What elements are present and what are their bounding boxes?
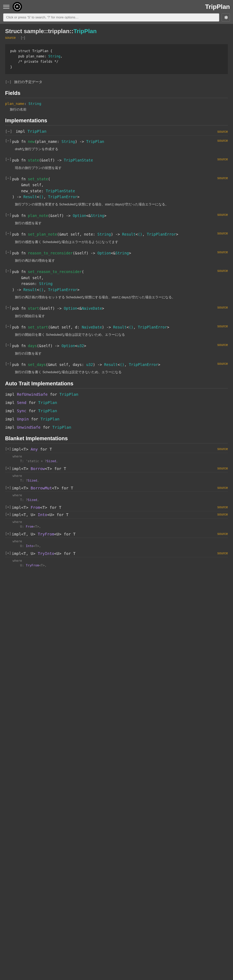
toggle-icon[interactable]: [−] bbox=[5, 324, 10, 328]
method-3: [−]pub fn plan_note(&self) -> Option<&St… bbox=[5, 213, 228, 218]
toggle-icon[interactable]: [+] bbox=[5, 512, 10, 516]
collapse-all-toggle[interactable]: [−] bbox=[21, 36, 25, 40]
method-signature: pub fn set_state( &mut self, new_state: … bbox=[12, 176, 212, 200]
method-8: [−]pub fn set_start(&mut self, d: NaiveD… bbox=[5, 324, 228, 330]
method-6: [−]pub fn set_reason_to_reconsider( &mut… bbox=[5, 269, 228, 293]
toggle-icon[interactable]: [−] bbox=[5, 343, 10, 347]
toggle-icon[interactable]: [−] bbox=[5, 231, 10, 235]
blanket-signature: impl<T> From<T> for T bbox=[12, 505, 215, 510]
source-link[interactable]: source bbox=[217, 269, 228, 273]
toggle-icon[interactable]: [−] bbox=[5, 157, 10, 161]
sidebar-toggle-icon[interactable] bbox=[3, 3, 10, 10]
source-link[interactable]: source bbox=[217, 532, 228, 536]
method-doc: 旅行の再計画の理由を返す bbox=[15, 258, 228, 263]
blanket-impl-3: [+]impl<T> From<T> for Tsource bbox=[5, 505, 228, 511]
blanket-signature: impl<T> Any for T bbox=[12, 447, 215, 452]
search-input[interactable] bbox=[3, 13, 219, 22]
page-title: Struct sample::tripplan::TripPlan bbox=[5, 28, 228, 35]
toggle-icon[interactable]: [−] bbox=[5, 129, 12, 134]
source-link[interactable]: source bbox=[217, 447, 228, 451]
source-link[interactable]: source bbox=[217, 324, 228, 328]
toggle-icon[interactable]: [−] bbox=[5, 138, 10, 143]
struct-definition: pub struct TripPlan { pub plan_name: Str… bbox=[5, 44, 228, 74]
method-signature: pub fn new(plan_name: String) -> TripPla… bbox=[12, 138, 212, 145]
auto-impl-4: impl UnwindSafe for TripPlan bbox=[5, 425, 228, 430]
toggle-icon[interactable]: [+] bbox=[5, 551, 10, 555]
method-signature: pub fn reason_to_reconsider(&self) -> Op… bbox=[12, 250, 212, 256]
source-line: source · [−] bbox=[5, 36, 228, 40]
main-content: Struct sample::tripplan::TripPlan source… bbox=[0, 24, 233, 582]
method-signature: pub fn set_reason_to_reconsider( &mut se… bbox=[12, 269, 212, 293]
rust-logo-icon[interactable]: R bbox=[13, 2, 22, 11]
where-clause: where U: From<T>, bbox=[13, 520, 228, 529]
method-signature: pub fn state(&self) -> TripPlanState bbox=[12, 157, 212, 163]
where-clause: where T: 'static + ?Sized, bbox=[13, 454, 228, 463]
toggle-icon[interactable]: [−] bbox=[5, 362, 10, 366]
method-doc: 旅行の日数を返す bbox=[15, 351, 228, 356]
settings-button[interactable] bbox=[222, 13, 230, 22]
source-link[interactable]: source bbox=[217, 551, 228, 555]
method-1: [−]pub fn state(&self) -> TripPlanStates… bbox=[5, 157, 228, 163]
method-signature: pub fn days(&self) -> Option<u32> bbox=[12, 343, 212, 349]
toggle-icon[interactable]: [−] bbox=[5, 305, 10, 310]
auto-impl-2: impl Sync for TripPlan bbox=[5, 409, 228, 413]
auto-impl-3: impl Unpin for TripPlan bbox=[5, 417, 228, 422]
source-link[interactable]: source bbox=[217, 138, 228, 143]
where-clause: where U: TryFrom<T>, bbox=[13, 558, 228, 568]
blanket-impl-5: [+]impl<T, U> TryFrom<U> for Tsourcewher… bbox=[5, 532, 228, 549]
source-link[interactable]: source bbox=[217, 505, 228, 509]
struct-doc: [−] 旅行の予定データ bbox=[5, 80, 228, 84]
toggle-icon[interactable]: [−] bbox=[5, 213, 10, 217]
toggle-icon[interactable]: [+] bbox=[5, 447, 10, 451]
method-doc: draftな旅行プランを作成する bbox=[15, 146, 228, 152]
crate-name: TripPlan bbox=[205, 3, 230, 10]
method-4: [−]pub fn set_plan_note(&mut self, note:… bbox=[5, 231, 228, 237]
source-link[interactable]: source bbox=[217, 486, 228, 490]
blanket-impl-4: [+]impl<T, U> Into<U> for Tsourcewhere U… bbox=[5, 512, 228, 529]
toggle-icon[interactable]: [−] bbox=[5, 269, 10, 273]
method-doc: 旅行の開始日を返す bbox=[15, 313, 228, 319]
toggle-icon[interactable]: [−] bbox=[5, 250, 10, 254]
method-doc: 旅行の開始日を書く Scheduledな場合は設定できないため、エラーになる bbox=[15, 332, 228, 337]
toggle-icon[interactable]: [−] bbox=[5, 176, 10, 180]
auto-impl-1: impl Send for TripPlan bbox=[5, 400, 228, 405]
method-doc: 旅行プランの状態を変更する Scheduledな状態にする場合、startとda… bbox=[15, 202, 228, 207]
source-link[interactable]: source bbox=[217, 305, 228, 310]
source-link[interactable]: source bbox=[217, 157, 228, 161]
source-link[interactable]: source bbox=[217, 343, 228, 347]
method-doc: 旅行の感想を書く Scheduledな場合はエラーが出るようになってます bbox=[15, 239, 228, 245]
source-link[interactable]: source bbox=[217, 512, 228, 517]
method-5: [−]pub fn reason_to_reconsider(&self) ->… bbox=[5, 250, 228, 256]
method-9: [−]pub fn days(&self) -> Option<u32>sour… bbox=[5, 343, 228, 349]
auto-impl-0: impl RefUnwindSafe for TripPlan bbox=[5, 392, 228, 397]
source-link[interactable]: source bbox=[217, 176, 228, 180]
top-nav: R TripPlan bbox=[0, 0, 233, 13]
source-link[interactable]: source bbox=[217, 362, 228, 366]
where-clause: where U: Into<T>, bbox=[13, 539, 228, 549]
toggle-icon[interactable]: [+] bbox=[5, 505, 10, 509]
blanket-signature: impl<T> BorrowMut<T> for T bbox=[12, 486, 215, 490]
method-0: [−]pub fn new(plan_name: String) -> Trip… bbox=[5, 138, 228, 145]
gear-icon bbox=[223, 15, 228, 20]
source-link[interactable]: source bbox=[5, 36, 16, 40]
toggle-icon[interactable]: [−] bbox=[5, 80, 11, 84]
fields-heading: Fields bbox=[5, 90, 228, 98]
where-clause: where T: ?Sized, bbox=[13, 474, 228, 483]
method-10: [−]pub fn set_days(&mut self, days: u32)… bbox=[5, 362, 228, 368]
method-2: [−]pub fn set_state( &mut self, new_stat… bbox=[5, 176, 228, 200]
source-link[interactable]: source bbox=[217, 466, 228, 470]
method-signature: pub fn plan_note(&self) -> Option<&Strin… bbox=[12, 213, 212, 218]
blanket-impl-2: [+]impl<T> BorrowMut<T> for Tsourcewhere… bbox=[5, 486, 228, 502]
blanket-impl-6: [+]impl<T, U> TryInto<U> for Tsourcewher… bbox=[5, 551, 228, 568]
source-link[interactable]: source bbox=[217, 213, 228, 217]
method-7: [−]pub fn start(&self) -> Option<&NaiveD… bbox=[5, 305, 228, 311]
method-signature: pub fn set_start(&mut self, d: NaiveDate… bbox=[12, 324, 212, 330]
source-link[interactable]: source bbox=[217, 231, 228, 235]
blanket-signature: impl<T, U> TryFrom<U> for T bbox=[12, 532, 215, 536]
toggle-icon[interactable]: [+] bbox=[5, 532, 10, 536]
blanket-heading: Blanket Implementations bbox=[5, 436, 228, 443]
source-link[interactable]: source bbox=[217, 130, 228, 134]
source-link[interactable]: source bbox=[217, 250, 228, 254]
toggle-icon[interactable]: [+] bbox=[5, 486, 10, 490]
toggle-icon[interactable]: [+] bbox=[5, 466, 10, 470]
